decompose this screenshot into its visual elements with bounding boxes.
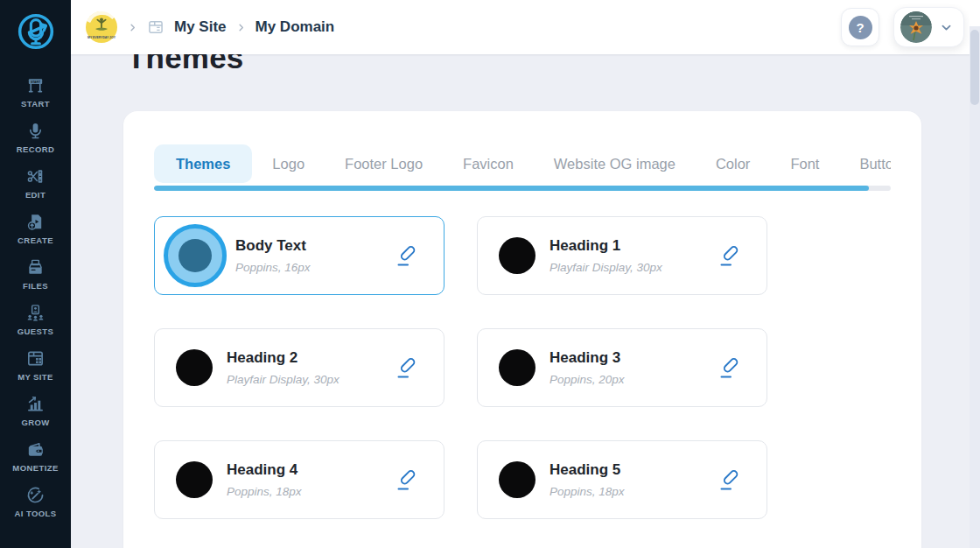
- tabs-scroll-indicator-fill: [154, 186, 869, 191]
- tab-logo[interactable]: Logo: [252, 144, 325, 183]
- app-logo[interactable]: [0, 0, 71, 63]
- breadcrumb-my-site[interactable]: My Site: [174, 18, 227, 36]
- style-card-heading-5[interactable]: Heading 5 Poppins, 18px: [477, 440, 767, 519]
- text-style-cards: Body Text Poppins, 16px Heading 1 Playfa…: [154, 216, 891, 519]
- pencil-icon: [394, 355, 418, 381]
- sidebar-item-label: EDIT: [25, 190, 46, 200]
- style-card-heading-4[interactable]: Heading 4 Poppins, 18px: [154, 440, 444, 519]
- ai-tools-icon: [25, 485, 46, 505]
- tab-favicon[interactable]: Favicon: [443, 144, 534, 183]
- style-font: Poppins, 16px: [235, 261, 311, 274]
- card-texts: Heading 5 Poppins, 18px: [550, 461, 625, 498]
- style-title: Heading 1: [550, 237, 662, 255]
- color-swatch: [499, 349, 536, 386]
- pencil-icon: [717, 242, 741, 269]
- sidebar: START START RECORD EDIT: [0, 0, 71, 548]
- settings-tabs: Themes Logo Footer Logo Favicon Website …: [154, 144, 891, 183]
- edit-button[interactable]: [393, 242, 419, 270]
- edit-button[interactable]: [393, 354, 419, 382]
- tab-themes[interactable]: Themes: [154, 144, 252, 183]
- sidebar-item-guests[interactable]: GUESTS: [0, 297, 71, 342]
- my-site-icon: [25, 348, 46, 369]
- style-font: Poppins, 18px: [550, 485, 625, 498]
- chevron-right-icon: [236, 23, 246, 32]
- question-mark-icon: ?: [849, 16, 872, 39]
- sidebar-item-edit[interactable]: EDIT: [0, 160, 71, 206]
- sidebar-item-grow[interactable]: GROW: [0, 388, 71, 433]
- sidebar-item-label: START: [21, 99, 50, 109]
- sidebar-item-monetize[interactable]: MONETIZE: [0, 433, 71, 479]
- sidebar-item-label: AI TOOLS: [15, 509, 57, 518]
- page-scrollbar-track[interactable]: [970, 26, 980, 548]
- guests-icon: [25, 303, 46, 323]
- tabs-scroll-indicator: [154, 186, 891, 191]
- style-font: Playfair Display, 30px: [227, 373, 340, 386]
- color-swatch: [176, 349, 213, 386]
- style-card-heading-1[interactable]: Heading 1 Playfair Display, 30px: [477, 216, 767, 295]
- style-title: Heading 2: [227, 349, 340, 367]
- pencil-icon: [394, 467, 418, 493]
- style-title: Heading 5: [550, 461, 625, 479]
- chevron-down-icon: [940, 21, 953, 34]
- record-icon: [25, 121, 46, 141]
- color-swatch-selected: [164, 224, 227, 287]
- help-button[interactable]: ?: [841, 8, 879, 46]
- sidebar-item-create[interactable]: CREATE: [0, 206, 71, 251]
- style-title: Body Text: [235, 237, 311, 255]
- avatar: [900, 11, 932, 43]
- top-header: MY EVERYDAY JOY My Site My Domain ?: [71, 0, 980, 54]
- sidebar-item-ai-tools[interactable]: AI TOOLS: [0, 479, 71, 524]
- account-menu[interactable]: [893, 7, 964, 47]
- color-swatch-core: [178, 239, 212, 272]
- sidebar-item-label: MONETIZE: [12, 463, 58, 473]
- edit-button[interactable]: [716, 242, 742, 270]
- style-card-heading-2[interactable]: Heading 2 Playfair Display, 30px: [154, 328, 444, 407]
- sidebar-item-start[interactable]: START START: [0, 69, 71, 115]
- pencil-icon: [717, 467, 741, 493]
- pencil-icon: [394, 242, 418, 269]
- tab-button[interactable]: Button: [839, 144, 891, 183]
- podcast-app-logo-icon: [14, 10, 58, 53]
- sidebar-item-files[interactable]: FILES: [0, 251, 71, 297]
- edit-button[interactable]: [393, 466, 419, 494]
- chevron-right-icon: [128, 23, 137, 32]
- card-texts: Heading 1 Playfair Display, 30px: [550, 237, 662, 274]
- edit-icon: [25, 166, 46, 186]
- sidebar-item-label: GUESTS: [18, 327, 53, 336]
- card-texts: Body Text Poppins, 16px: [235, 237, 311, 274]
- tab-color[interactable]: Color: [696, 144, 770, 183]
- edit-button[interactable]: [716, 466, 742, 494]
- color-swatch: [499, 461, 536, 498]
- sidebar-item-record[interactable]: RECORD: [0, 115, 71, 160]
- create-icon: [25, 212, 46, 232]
- tab-footer-logo[interactable]: Footer Logo: [325, 144, 443, 183]
- window-icon: [147, 18, 164, 36]
- sidebar-item-label: RECORD: [17, 144, 55, 154]
- sidebar-nav: START START RECORD EDIT: [0, 69, 71, 524]
- style-title: Heading 3: [550, 349, 625, 367]
- svg-text:MY EVERYDAY JOY: MY EVERYDAY JOY: [88, 36, 116, 39]
- style-font: Poppins, 18px: [227, 485, 302, 498]
- site-logo[interactable]: MY EVERYDAY JOY: [85, 11, 118, 44]
- files-icon: [25, 257, 46, 278]
- edit-button[interactable]: [716, 354, 742, 382]
- header-actions: ?: [841, 7, 964, 47]
- sidebar-item-my-site[interactable]: MY SITE: [0, 342, 71, 388]
- color-swatch: [176, 461, 213, 498]
- sidebar-item-label: MY SITE: [18, 372, 53, 382]
- color-swatch: [499, 237, 536, 274]
- style-card-body-text[interactable]: Body Text Poppins, 16px: [154, 216, 444, 295]
- sidebar-item-label: GROW: [21, 418, 49, 427]
- sidebar-item-label: CREATE: [18, 235, 53, 245]
- style-card-heading-3[interactable]: Heading 3 Poppins, 20px: [477, 328, 767, 407]
- breadcrumb-my-domain[interactable]: My Domain: [256, 18, 335, 36]
- monetize-icon: [25, 439, 46, 460]
- tab-website-og-image[interactable]: Website OG image: [534, 144, 696, 183]
- themes-panel: Themes Logo Footer Logo Favicon Website …: [123, 111, 921, 548]
- page-scrollbar-thumb[interactable]: [970, 30, 979, 105]
- style-font: Playfair Display, 30px: [550, 261, 662, 274]
- start-icon: START: [25, 75, 46, 95]
- tab-font[interactable]: Font: [770, 144, 839, 183]
- style-font: Poppins, 20px: [550, 373, 625, 386]
- pencil-icon: [717, 355, 741, 381]
